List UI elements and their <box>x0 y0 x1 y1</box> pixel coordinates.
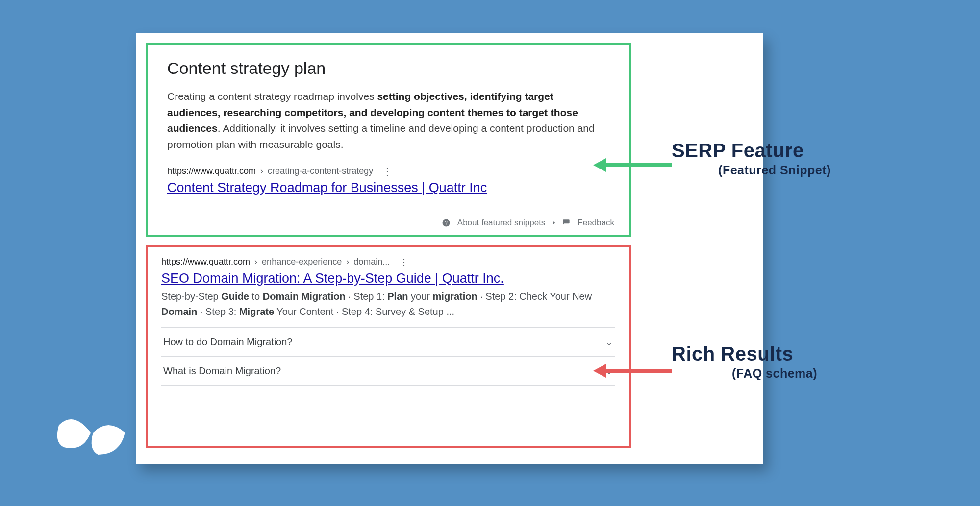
faq-item[interactable]: How to do Domain Migration? ⌄ <box>161 328 615 357</box>
annotation-rich-results: Rich Results (FAQ schema) <box>672 343 878 381</box>
brand-logo-icon <box>54 406 127 464</box>
arrow-red-icon <box>593 361 672 380</box>
breadcrumb-separator: › <box>260 166 263 176</box>
breadcrumb-domain: https://www.quattr.com <box>161 257 250 266</box>
desc-p3: · Step 1: <box>346 291 388 302</box>
rich-result-description: Step-by-Step Guide to Domain Migration ·… <box>161 289 615 319</box>
desc-p4: your <box>408 291 433 302</box>
desc-p7: Your Content · Step 4: Survey & Setup ..… <box>274 306 454 317</box>
svg-marker-3 <box>593 158 606 172</box>
footer-dot: • <box>552 218 555 228</box>
faq-question: How to do Domain Migration? <box>163 337 292 348</box>
feedback-link[interactable]: Feedback <box>578 218 614 228</box>
svg-marker-5 <box>593 364 606 378</box>
help-icon: ? <box>442 218 451 227</box>
featured-snippet-body: Creating a content strategy roadmap invo… <box>167 89 609 152</box>
breadcrumb-path2: domain... <box>353 257 390 266</box>
annotation-sub: (FAQ schema) <box>672 366 878 381</box>
snippet-trail: . Additionally, it involves setting a ti… <box>167 122 595 150</box>
faq-list: How to do Domain Migration? ⌄ What is Do… <box>161 327 615 386</box>
breadcrumb-domain: https://www.quattr.com <box>167 166 256 176</box>
rich-breadcrumb: https://www.quattr.com › enhance-experie… <box>161 257 615 267</box>
desc-b2: Domain Migration <box>263 291 346 302</box>
featured-snippet-box: Content strategy plan Creating a content… <box>146 43 631 237</box>
arrow-green-icon <box>593 156 672 174</box>
rich-result-link[interactable]: SEO Domain Migration: A Step-by-Step Gui… <box>161 271 615 286</box>
desc-p6: · Step 3: <box>197 306 239 317</box>
desc-p5: · Step 2: Check Your New <box>477 291 592 302</box>
chevron-down-icon: ⌄ <box>605 336 613 348</box>
annotation-sub: (Featured Snippet) <box>672 163 878 177</box>
desc-b5: Domain <box>161 306 197 317</box>
desc-p2: to <box>249 291 263 302</box>
annotation-serp-feature: SERP Feature (Featured Snippet) <box>672 140 878 177</box>
serp-card: Content strategy plan Creating a content… <box>136 33 763 464</box>
desc-p1: Step-by-Step <box>161 291 221 302</box>
snippet-breadcrumb: https://www.quattr.com › creating-a-cont… <box>167 166 609 176</box>
faq-question: What is Domain Migration? <box>163 365 281 377</box>
breadcrumb-path1: enhance-experience <box>262 257 342 266</box>
annotation-main: Rich Results <box>672 343 878 364</box>
about-featured-snippets-link[interactable]: About featured snippets <box>457 218 546 228</box>
breadcrumb-path: creating-a-content-strategy <box>268 166 373 176</box>
breadcrumb-separator: › <box>346 257 349 266</box>
snippet-leadin: Creating a content strategy roadmap invo… <box>167 91 377 102</box>
feedback-icon <box>562 218 571 227</box>
rich-results-box: https://www.quattr.com › enhance-experie… <box>146 245 631 448</box>
snippet-result-link[interactable]: Content Strategy Roadmap for Businesses … <box>167 180 609 195</box>
snippet-footer: ? About featured snippets • Feedback <box>442 218 614 228</box>
featured-snippet-title: Content strategy plan <box>167 59 609 78</box>
desc-b4: migration <box>433 291 477 302</box>
faq-item[interactable]: What is Domain Migration? ⌄ <box>161 357 615 386</box>
breadcrumb-separator: › <box>254 257 257 266</box>
desc-b3: Plan <box>387 291 408 302</box>
svg-text:?: ? <box>445 220 448 226</box>
desc-b1: Guide <box>221 291 249 302</box>
desc-b6: Migrate <box>239 306 274 317</box>
annotation-main: SERP Feature <box>672 140 878 161</box>
